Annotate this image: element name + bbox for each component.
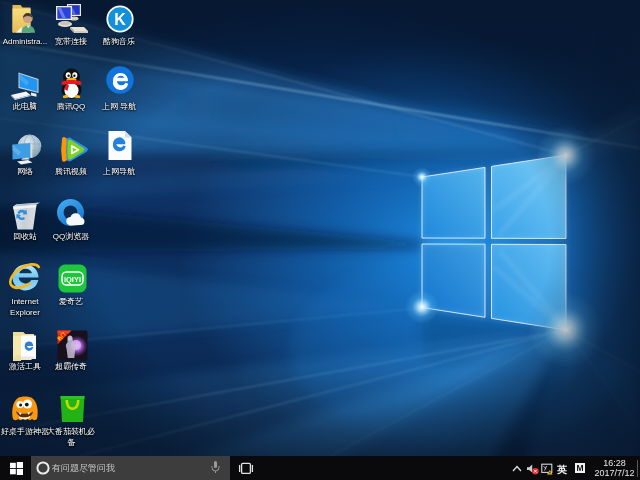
svg-text:iQIYI: iQIYI	[64, 275, 81, 284]
svg-text:K: K	[114, 11, 126, 28]
